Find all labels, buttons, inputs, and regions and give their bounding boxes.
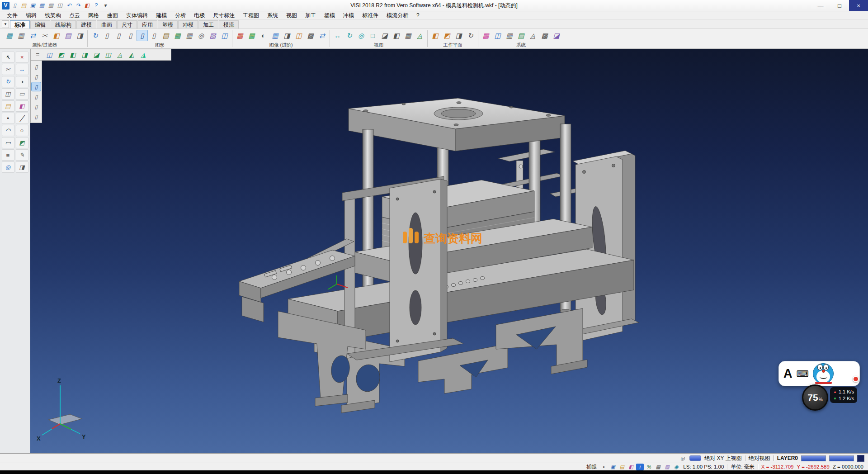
refresh-view-icon[interactable]: ↻ <box>90 30 101 41</box>
layer-icon[interactable]: ▤ <box>2 100 14 112</box>
view-back-icon[interactable]: ◫ <box>103 50 113 60</box>
menu-item[interactable]: 编辑 <box>22 11 41 19</box>
notebook-icon[interactable]: ▤ <box>160 30 171 41</box>
brush-icon[interactable]: ◧ <box>627 464 635 470</box>
tab-machining[interactable]: 加工 <box>198 20 218 28</box>
globe-icon[interactable]: ◉ <box>672 464 680 470</box>
tab-overflow-icon[interactable]: ▼ <box>2 20 9 28</box>
menu-item[interactable]: 线架构 <box>41 11 65 19</box>
new-file-icon[interactable]: ▯ <box>10 1 19 10</box>
percent-monitor-widget[interactable]: 75% <box>802 384 828 411</box>
settings-icon[interactable]: ◨ <box>16 161 28 173</box>
search-icon[interactable]: ◎ <box>679 455 686 462</box>
view-dynamic-icon[interactable]: ◮ <box>138 50 149 60</box>
view-mode-label[interactable]: 绝对 XY 上视图 <box>704 455 741 462</box>
tab-application[interactable]: 应用 <box>137 20 157 28</box>
adjust-icon[interactable]: ◐ <box>258 30 269 41</box>
view-bottom-icon[interactable]: ◭ <box>126 50 137 60</box>
background-color-swatch[interactable] <box>857 455 864 462</box>
workplane-iso-icon[interactable]: ◩ <box>441 30 453 41</box>
clipboard-2-icon[interactable]: ▯ <box>32 72 41 81</box>
measure-icon[interactable]: ▭ <box>16 88 28 100</box>
menu-item[interactable]: 尺寸标注 <box>209 11 239 19</box>
system-monitor-icon[interactable]: ◫ <box>492 30 503 41</box>
open-file-icon[interactable]: ▤ <box>19 1 28 10</box>
palette-icon[interactable]: ◧ <box>83 1 91 10</box>
save-state-icon[interactable]: ▣ <box>609 464 617 470</box>
compare-icon[interactable]: ⇄ <box>316 30 328 41</box>
move-icon[interactable]: ↔ <box>16 64 28 75</box>
pixel-green-icon[interactable]: ▦ <box>246 30 257 41</box>
orbit-icon[interactable]: ↻ <box>344 30 355 41</box>
qat-dropdown-icon[interactable]: ▾ <box>101 1 109 10</box>
tab-surface[interactable]: 曲面 <box>97 20 117 28</box>
cylinder-4-icon[interactable]: ▯ <box>148 30 160 41</box>
menu-item[interactable]: 分析 <box>171 11 190 19</box>
sketch-icon[interactable]: ✎ <box>16 149 28 161</box>
export-icon[interactable]: ▧ <box>207 30 218 41</box>
clipboard-1-icon[interactable]: ▯ <box>32 62 41 71</box>
tab-wireframe[interactable]: 线架构 <box>51 20 76 28</box>
layer-stack-icon[interactable]: ▤ <box>62 30 74 41</box>
absolute-view-label[interactable]: 绝对视图 <box>749 455 770 462</box>
view-scroll-bar[interactable] <box>801 455 826 461</box>
wireframe-icon[interactable]: ▦ <box>402 30 414 41</box>
menu-item[interactable]: 系统 <box>263 11 282 19</box>
undo-icon[interactable]: ↶ <box>65 1 73 10</box>
view-front-icon[interactable]: ◨ <box>79 50 90 60</box>
system-matrix-icon[interactable]: ▩ <box>539 30 550 41</box>
gear-icon[interactable]: ◎ <box>195 30 207 41</box>
cylinder-3-icon[interactable]: ▯ <box>125 30 136 41</box>
maximize-button[interactable]: □ <box>830 0 849 11</box>
pixel-red-icon[interactable]: ▦ <box>234 30 245 41</box>
menu-item[interactable]: 电极 <box>190 11 209 19</box>
viewport-3d[interactable]: 查询资料网 Z X Y ≡◫◩◧◨◪◫◬◭◮ ▯▯▯▯▯▯ <box>30 49 868 453</box>
system-colors-icon[interactable]: ▦ <box>480 30 491 41</box>
layer-scroll-bar[interactable] <box>829 455 854 461</box>
solid-icon[interactable]: ■ <box>2 149 14 161</box>
menu-item[interactable]: 曲面 <box>103 11 122 19</box>
tab-flow[interactable]: 模流 <box>219 20 239 28</box>
percent-icon[interactable]: % <box>645 464 653 470</box>
line-icon[interactable]: ╱ <box>16 113 28 124</box>
menu-item[interactable]: 工程图 <box>239 11 263 19</box>
view-top-icon[interactable]: ◧ <box>67 50 78 60</box>
menu-item[interactable]: 加工 <box>301 11 320 19</box>
view-left-icon[interactable]: ◬ <box>114 50 125 60</box>
offset-icon[interactable]: ◫ <box>2 88 14 100</box>
table-icon[interactable]: ▥ <box>184 30 195 41</box>
mirror-icon[interactable]: ◑ <box>16 76 28 87</box>
shade-icon[interactable]: ◧ <box>391 30 402 41</box>
filter-swap-icon[interactable]: ⇄ <box>27 30 38 41</box>
menu-item[interactable]: 标准件 <box>358 11 382 19</box>
attribute-table-icon[interactable]: ▦ <box>4 30 15 41</box>
help-icon[interactable]: ? <box>92 1 100 10</box>
close-button[interactable]: × <box>849 0 868 11</box>
menu-item[interactable]: ? <box>412 11 424 19</box>
system-table-icon[interactable]: ▤ <box>515 30 527 41</box>
redo-icon[interactable]: ↷ <box>74 1 82 10</box>
tab-edit[interactable]: 编辑 <box>30 20 50 28</box>
menu-item[interactable]: 塑模 <box>320 11 339 19</box>
minimize-button[interactable]: — <box>811 0 830 11</box>
menu-item[interactable]: 冲模 <box>339 11 358 19</box>
image-icon[interactable]: ▤ <box>618 464 626 470</box>
menu-item[interactable]: 视图 <box>282 11 301 19</box>
histogram-icon[interactable]: ▥ <box>269 30 281 41</box>
pin-icon[interactable]: ▪ <box>600 464 608 470</box>
menu-item[interactable]: 模流分析 <box>382 11 412 19</box>
menu-item[interactable]: 文件 <box>3 11 22 19</box>
view-iso-icon[interactable]: ◩ <box>56 50 66 60</box>
cylinder-2-icon[interactable]: ▯ <box>113 30 124 41</box>
cylinder-active-icon[interactable]: ▯ <box>137 30 148 41</box>
delete-icon[interactable]: × <box>16 52 28 63</box>
snapshot-icon[interactable]: ◫ <box>219 30 230 41</box>
layers-icon[interactable]: ▥ <box>663 464 671 470</box>
clipboard-active-icon[interactable]: ▯ <box>32 82 41 91</box>
mask-icon[interactable]: ◨ <box>281 30 292 41</box>
view-right-icon[interactable]: ◪ <box>91 50 102 60</box>
zoom-in-icon[interactable]: ◎ <box>355 30 367 41</box>
surface-icon[interactable]: ◩ <box>16 137 28 148</box>
perspective-icon[interactable]: ◬ <box>414 30 425 41</box>
input-method-widget[interactable]: A ⌨ <box>778 361 860 386</box>
